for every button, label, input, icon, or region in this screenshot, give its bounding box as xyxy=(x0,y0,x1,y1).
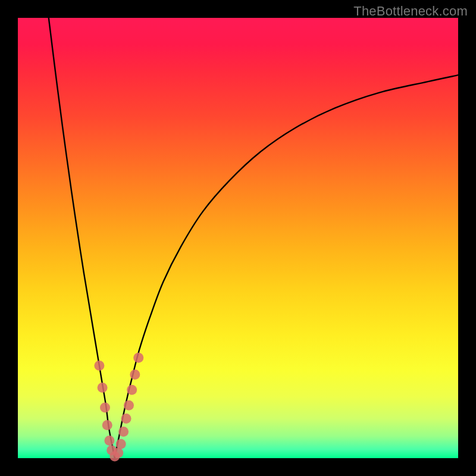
plot-area xyxy=(18,18,458,458)
highlight-dot xyxy=(118,427,129,437)
highlight-dot xyxy=(133,353,143,363)
chart-frame: TheBottleneck.com xyxy=(0,0,476,476)
highlight-dot xyxy=(113,448,123,458)
curve-svg xyxy=(18,18,458,458)
highlight-dot xyxy=(104,436,114,446)
highlight-dot xyxy=(102,420,112,430)
right-branch-curve xyxy=(115,75,458,458)
highlight-dot xyxy=(124,400,134,411)
highlight-dot xyxy=(127,385,137,395)
highlight-dot xyxy=(121,414,131,424)
highlight-dot xyxy=(116,439,126,449)
highlight-dot xyxy=(98,383,108,393)
highlight-dot xyxy=(130,369,140,380)
highlight-dots-group xyxy=(94,353,143,462)
watermark-text: TheBottleneck.com xyxy=(353,4,468,19)
highlight-dot xyxy=(100,402,110,412)
highlight-dot xyxy=(94,361,104,371)
